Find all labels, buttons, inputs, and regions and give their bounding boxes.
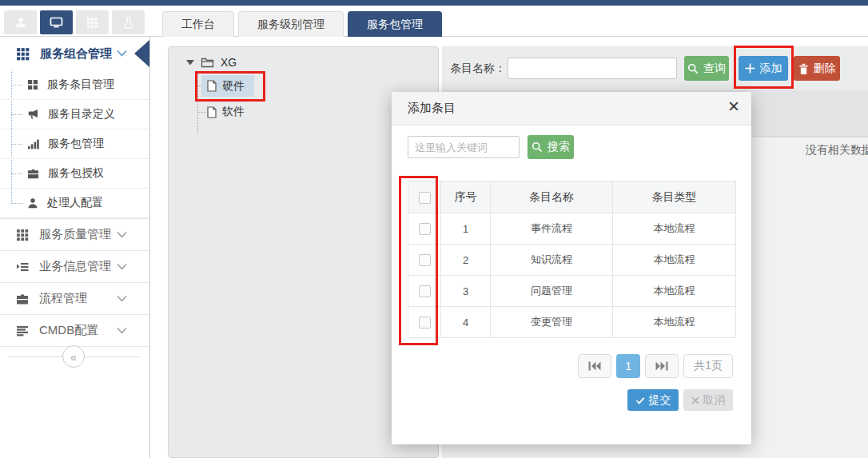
column-header-type: 条目类型: [613, 181, 736, 213]
grid-app-button[interactable]: [76, 10, 109, 34]
cell-name: 事件流程: [491, 213, 613, 245]
sidebar-item-service-package-mgmt[interactable]: 服务包管理: [0, 129, 149, 159]
chevron-down-icon: [117, 295, 127, 302]
bar-chart-icon: [27, 138, 39, 149]
sidebar-collapse-button[interactable]: «: [62, 345, 85, 368]
monitor-app-button[interactable]: [40, 10, 73, 34]
tree-node-hardware[interactable]: 硬件: [201, 75, 254, 97]
cell-type: 本地流程: [613, 245, 736, 276]
cancel-button[interactable]: 取消: [683, 389, 733, 411]
chevron-down-icon: [117, 231, 127, 238]
tree-node-root[interactable]: XG: [186, 56, 237, 69]
check-icon: [635, 396, 645, 404]
tab-service-level[interactable]: 服务级别管理: [238, 11, 344, 37]
sidebar-section-label: 流程管理: [39, 291, 87, 306]
row-select-cell: [408, 245, 441, 276]
no-data-text: 没有相关数据: [806, 143, 868, 157]
search-icon: [532, 141, 543, 153]
monitor-icon: [50, 16, 63, 29]
dialog-header: 添加条目 ×: [392, 92, 751, 125]
sidebar-section-label: 业务信息管理: [39, 259, 111, 274]
sidebar-item-label: 处理人配置: [47, 196, 103, 210]
row-select-cell: [408, 307, 441, 338]
sidebar-item-label: 服务目录定义: [48, 107, 115, 121]
tree-connector: [197, 112, 206, 113]
last-page-icon: [655, 361, 668, 371]
cell-type: 本地流程: [613, 213, 736, 245]
tree-node-label: 软件: [222, 105, 245, 119]
user-icon: [14, 16, 27, 29]
search-icon: [687, 63, 699, 74]
column-header-no: 序号: [441, 181, 491, 213]
sidebar-item-service-entry-mgmt[interactable]: 服务条目管理: [0, 70, 149, 100]
delete-button[interactable]: 删除: [794, 56, 840, 81]
submit-button[interactable]: 提交: [627, 389, 679, 411]
entries-table: 序号 条目名称 条目类型 1 事件流程 本地流程 2 知识流程 本地流程 3 问…: [408, 181, 736, 338]
close-icon[interactable]: ×: [728, 97, 739, 116]
submit-button-label: 提交: [649, 393, 671, 408]
grid-2x2-icon: [27, 79, 38, 90]
collapse-chevrons-icon: «: [70, 350, 77, 364]
user-app-button[interactable]: [4, 10, 37, 34]
cell-no: 2: [441, 245, 491, 276]
cell-name: 问题管理: [491, 276, 613, 307]
tab-service-package[interactable]: 服务包管理: [348, 11, 442, 37]
keyword-search-input[interactable]: [408, 136, 520, 158]
row-checkbox[interactable]: [419, 317, 431, 329]
dialog-search-button[interactable]: 搜索: [528, 135, 574, 159]
query-button[interactable]: 查询: [684, 56, 729, 81]
trash-icon: [798, 63, 809, 74]
filter-label: 条目名称：: [450, 46, 506, 90]
add-button[interactable]: 添加: [739, 56, 788, 81]
tree-node-label: 硬件: [222, 79, 245, 94]
cell-name: 变更管理: [491, 307, 613, 338]
row-checkbox[interactable]: [419, 254, 431, 266]
tab-workbench[interactable]: 工作台: [162, 11, 234, 37]
last-page-button[interactable]: [645, 354, 679, 378]
add-button-label: 添加: [760, 62, 782, 76]
cell-name: 知识流程: [491, 245, 613, 276]
sidebar-item-label: 服务包管理: [48, 137, 104, 151]
app-switcher: [4, 10, 145, 34]
select-all-cell: [408, 181, 441, 213]
tree-connector: [197, 73, 198, 133]
row-select-cell: [408, 276, 441, 307]
sidebar-section-service-portfolio[interactable]: 服务组合管理: [0, 37, 149, 70]
header-bar: 工作台 服务级别管理 服务包管理: [0, 6, 868, 37]
table-header-row: 序号 条目名称 条目类型: [408, 181, 736, 213]
sidebar-section-business-info[interactable]: 业务信息管理: [0, 250, 149, 282]
flask-icon: [122, 16, 135, 29]
column-header-name: 条目名称: [491, 181, 613, 213]
dialog-title: 添加条目: [408, 101, 456, 116]
row-checkbox[interactable]: [419, 223, 431, 235]
tab-label: 服务级别管理: [257, 18, 325, 32]
pagination: 1 共1页: [578, 354, 733, 378]
sidebar-section-service-quality[interactable]: 服务质量管理: [0, 218, 149, 250]
sidebar-section-cmdb-config[interactable]: CMDB配置: [0, 314, 149, 346]
row-select-cell: [408, 213, 441, 245]
entry-name-input[interactable]: [508, 58, 677, 79]
current-page-button[interactable]: 1: [616, 354, 640, 378]
sidebar-item-service-catalog[interactable]: 服务目录定义: [0, 100, 149, 129]
row-checkbox[interactable]: [419, 285, 431, 297]
tree-node-software[interactable]: 软件: [207, 102, 245, 121]
tab-label: 工作台: [181, 18, 215, 32]
sidebar-item-service-package-auth[interactable]: 服务包授权: [0, 159, 149, 189]
sidebar-section-label: 服务质量管理: [39, 227, 111, 242]
chevron-down-icon: [117, 50, 127, 57]
first-page-button[interactable]: [578, 354, 611, 378]
sidebar-item-label: 服务包授权: [48, 166, 104, 181]
cancel-button-label: 取消: [703, 393, 726, 408]
dialog-footer: 提交 取消: [627, 389, 733, 411]
sidebar-item-handler-config[interactable]: 处理人配置: [0, 189, 149, 218]
cell-type: 本地流程: [613, 276, 736, 307]
x-icon: [691, 396, 699, 404]
sidebar-section-process-mgmt[interactable]: 流程管理: [0, 282, 149, 314]
filter-toolbar: 条目名称： 查询 添加 删除: [442, 46, 868, 90]
table-row: 3 问题管理 本地流程: [408, 276, 736, 307]
select-all-checkbox[interactable]: [419, 192, 431, 204]
megaphone-icon: [27, 109, 39, 120]
first-page-icon: [588, 361, 601, 371]
flask-app-button[interactable]: [112, 10, 145, 34]
folder-icon: [201, 57, 214, 68]
